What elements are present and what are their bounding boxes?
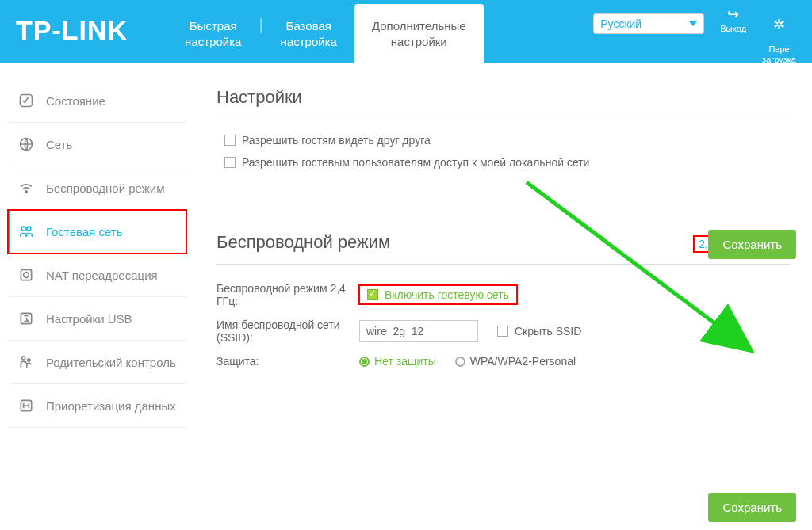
sidebar-item-label: Состояние xyxy=(46,94,105,108)
language-value: Русский xyxy=(600,17,642,30)
sidebar-item-label: NAT переадресация xyxy=(46,269,158,282)
divider xyxy=(216,264,790,265)
checkbox-icon[interactable] xyxy=(224,157,236,168)
qos-icon xyxy=(17,397,35,414)
wireless-mode-24-label: Беспроводной режим 2,4 ГГц: xyxy=(216,282,359,307)
logout-icon: ↪ xyxy=(720,6,746,24)
tab-separator: | xyxy=(259,16,262,48)
divider xyxy=(216,116,790,116)
svg-point-2 xyxy=(25,191,28,193)
allow-guests-see-each-other[interactable]: Разрешить гостям видеть друг друга xyxy=(216,134,790,147)
svg-point-4 xyxy=(27,227,31,231)
sidebar-item-qos[interactable]: Приоретизация данных xyxy=(8,384,186,428)
language-select[interactable]: Русский xyxy=(593,13,704,34)
security-label: Защита: xyxy=(216,355,359,368)
save-button[interactable]: Сохранить xyxy=(708,493,796,522)
svg-point-9 xyxy=(28,359,30,361)
hide-ssid-checkbox[interactable]: Скрыть SSID xyxy=(497,325,581,337)
top-tabs: Быстрая настройка | Базовая настройка До… xyxy=(167,0,484,63)
tab-advanced-setup[interactable]: Дополнительные настройки xyxy=(354,4,484,63)
ssid-label: Имя беспроводной сети (SSID): xyxy=(216,318,359,344)
sidebar-item-label: Приоретизация данных xyxy=(46,399,176,413)
sidebar-item-network[interactable]: Сеть xyxy=(8,123,186,166)
ssid-input[interactable] xyxy=(359,320,478,342)
sidebar-item-label: Гостевая сеть xyxy=(46,225,122,238)
main-content: Настройки Разрешить гостям видеть друг д… xyxy=(194,63,812,530)
svg-point-8 xyxy=(22,357,25,360)
sidebar-item-usb[interactable]: Настройки USB xyxy=(8,297,186,341)
sidebar-item-status[interactable]: Состояние xyxy=(8,79,186,123)
sidebar-item-parental[interactable]: Родительский контроль xyxy=(8,341,186,384)
reload-button[interactable]: ✲ Пере загрузка xyxy=(762,6,796,65)
checkbox-label: Разрешить гостевым пользователям доступ … xyxy=(242,156,589,169)
wireless-title: Беспроводной режим xyxy=(216,232,390,253)
checkbox-label: Разрешить гостям видеть друг друга xyxy=(242,134,431,147)
sidebar-item-label: Сеть xyxy=(46,138,72,151)
sidebar-item-wireless[interactable]: Беспроводной режим xyxy=(8,166,186,210)
hide-ssid-label: Скрыть SSID xyxy=(515,325,581,337)
sidebar-item-label: Родительский контроль xyxy=(46,356,176,369)
no-security-label: Нет защиты xyxy=(374,355,436,368)
save-button[interactable]: Сохранить xyxy=(708,230,796,259)
checkbox-icon[interactable] xyxy=(497,326,508,337)
brand-logo: TP-LINK xyxy=(0,15,144,63)
allow-guests-lan-access[interactable]: Разрешить гостевым пользователям доступ … xyxy=(216,156,790,169)
sidebar: Состояние Сеть Беспроводной режим Гостев… xyxy=(0,63,194,530)
logout-label: Выход xyxy=(720,24,746,33)
reload-label: Пере загрузка xyxy=(762,44,796,64)
enable-guest-label: Включить гостевую сеть xyxy=(385,288,509,301)
sidebar-item-nat[interactable]: NAT переадресация xyxy=(8,254,186,297)
status-icon xyxy=(17,92,35,109)
reload-icon: ✲ xyxy=(762,17,796,34)
svg-point-6 xyxy=(24,273,29,278)
parental-icon xyxy=(17,353,35,371)
tab-basic-setup[interactable]: Базовая настройка xyxy=(263,4,354,63)
checkbox-icon[interactable] xyxy=(224,135,236,146)
checkbox-checked-icon[interactable] xyxy=(367,289,378,300)
radio-checked-icon[interactable] xyxy=(359,357,370,367)
sidebar-item-guest-network[interactable]: Гостевая сеть xyxy=(8,210,186,254)
header-actions: ↪ Выход ✲ Пере загрузка xyxy=(720,0,812,65)
guest-icon xyxy=(17,223,35,240)
security-none-radio[interactable]: Нет защиты xyxy=(359,355,436,368)
settings-title: Настройки xyxy=(216,87,790,108)
wpa-label: WPA/WPA2-Personal xyxy=(470,355,576,368)
svg-point-3 xyxy=(21,227,25,231)
sidebar-item-label: Настройки USB xyxy=(46,312,132,326)
logout-button[interactable]: ↪ Выход xyxy=(720,6,746,65)
header: TP-LINK Быстрая настройка | Базовая наст… xyxy=(0,0,812,63)
radio-icon[interactable] xyxy=(455,357,465,367)
security-wpa-radio[interactable]: WPA/WPA2-Personal xyxy=(455,355,576,368)
wifi-icon xyxy=(17,179,35,196)
svg-rect-5 xyxy=(21,269,31,280)
globe-icon xyxy=(17,135,35,153)
usb-icon xyxy=(17,310,35,327)
chevron-down-icon xyxy=(689,21,697,26)
sidebar-item-label: Беспроводной режим xyxy=(46,181,164,195)
nat-icon xyxy=(17,266,35,284)
tab-quick-setup[interactable]: Быстрая настройка xyxy=(167,4,259,63)
enable-guest-network-checkbox[interactable]: Включить гостевую сеть xyxy=(359,285,517,304)
